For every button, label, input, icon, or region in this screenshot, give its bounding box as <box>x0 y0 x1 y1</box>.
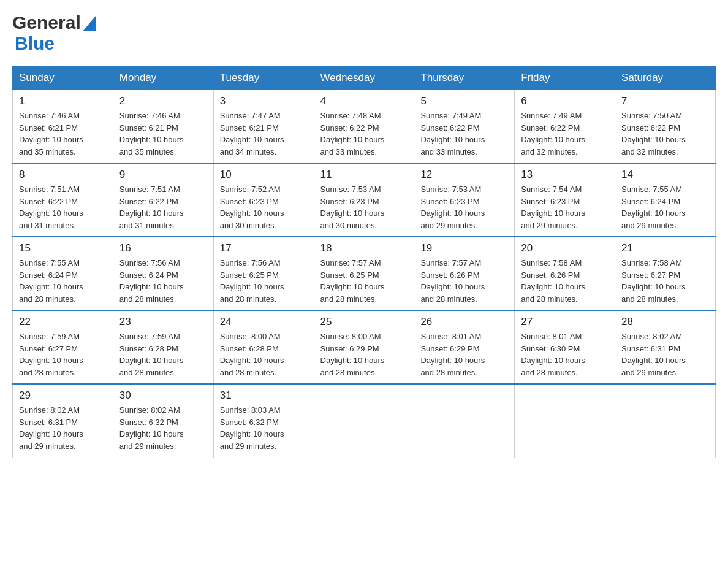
calendar-day-cell <box>414 384 515 458</box>
calendar-day-cell: 1Sunrise: 7:46 AMSunset: 6:21 PMDaylight… <box>13 90 113 163</box>
calendar-day-cell: 27Sunrise: 8:01 AMSunset: 6:30 PMDayligh… <box>515 310 615 384</box>
day-number: 30 <box>119 389 207 402</box>
day-number: 20 <box>521 242 609 255</box>
day-info: Sunrise: 7:49 AMSunset: 6:22 PMDaylight:… <box>521 110 609 158</box>
day-info: Sunrise: 7:50 AMSunset: 6:22 PMDaylight:… <box>621 110 709 158</box>
logo: General Blue <box>12 12 96 54</box>
day-info: Sunrise: 7:53 AMSunset: 6:23 PMDaylight:… <box>420 183 508 231</box>
day-number: 18 <box>320 242 408 255</box>
day-number: 2 <box>119 95 207 107</box>
calendar-day-cell: 19Sunrise: 7:57 AMSunset: 6:26 PMDayligh… <box>414 237 515 310</box>
day-number: 1 <box>19 95 107 107</box>
day-number: 19 <box>420 242 508 255</box>
day-info: Sunrise: 7:46 AMSunset: 6:21 PMDaylight:… <box>19 110 107 158</box>
calendar-day-cell: 13Sunrise: 7:54 AMSunset: 6:23 PMDayligh… <box>515 163 615 237</box>
calendar-day-cell: 15Sunrise: 7:55 AMSunset: 6:24 PMDayligh… <box>13 237 113 310</box>
calendar-week-row: 29Sunrise: 8:02 AMSunset: 6:31 PMDayligh… <box>13 384 716 458</box>
day-number: 31 <box>220 389 308 402</box>
calendar-day-cell: 18Sunrise: 7:57 AMSunset: 6:25 PMDayligh… <box>314 237 414 310</box>
day-number: 11 <box>320 169 408 181</box>
day-number: 3 <box>220 95 308 107</box>
calendar-day-cell: 26Sunrise: 8:01 AMSunset: 6:29 PMDayligh… <box>414 310 515 384</box>
calendar-day-cell: 14Sunrise: 7:55 AMSunset: 6:24 PMDayligh… <box>615 163 716 237</box>
day-of-week-header: Thursday <box>414 67 515 90</box>
day-of-week-header: Monday <box>113 67 213 90</box>
calendar-day-cell: 10Sunrise: 7:52 AMSunset: 6:23 PMDayligh… <box>213 163 314 237</box>
calendar-day-cell <box>314 384 414 458</box>
logo-general-text: General <box>12 12 81 33</box>
day-info: Sunrise: 8:01 AMSunset: 6:29 PMDaylight:… <box>420 331 508 378</box>
day-info: Sunrise: 8:00 AMSunset: 6:29 PMDaylight:… <box>320 331 408 378</box>
day-info: Sunrise: 7:54 AMSunset: 6:23 PMDaylight:… <box>521 183 609 231</box>
day-number: 23 <box>119 316 207 328</box>
day-number: 26 <box>420 316 508 328</box>
calendar-day-cell: 3Sunrise: 7:47 AMSunset: 6:21 PMDaylight… <box>213 90 314 163</box>
day-number: 9 <box>119 169 207 181</box>
calendar-day-cell: 16Sunrise: 7:56 AMSunset: 6:24 PMDayligh… <box>113 237 213 310</box>
svg-marker-0 <box>83 15 96 31</box>
day-number: 16 <box>119 242 207 255</box>
calendar-week-row: 22Sunrise: 7:59 AMSunset: 6:27 PMDayligh… <box>13 310 716 384</box>
day-number: 22 <box>19 316 107 328</box>
day-info: Sunrise: 7:58 AMSunset: 6:26 PMDaylight:… <box>521 257 609 305</box>
calendar-table: SundayMondayTuesdayWednesdayThursdayFrid… <box>12 66 716 458</box>
day-info: Sunrise: 8:02 AMSunset: 6:32 PMDaylight:… <box>119 404 207 452</box>
day-number: 17 <box>220 242 308 255</box>
day-info: Sunrise: 7:55 AMSunset: 6:24 PMDaylight:… <box>621 183 709 231</box>
day-info: Sunrise: 7:53 AMSunset: 6:23 PMDaylight:… <box>320 183 408 231</box>
day-number: 15 <box>19 242 107 255</box>
day-number: 13 <box>521 169 609 181</box>
day-info: Sunrise: 7:59 AMSunset: 6:28 PMDaylight:… <box>119 331 207 378</box>
day-number: 27 <box>521 316 609 328</box>
day-info: Sunrise: 8:03 AMSunset: 6:32 PMDaylight:… <box>220 404 308 452</box>
day-number: 4 <box>320 95 408 107</box>
calendar-day-cell: 7Sunrise: 7:50 AMSunset: 6:22 PMDaylight… <box>615 90 716 163</box>
calendar-week-row: 1Sunrise: 7:46 AMSunset: 6:21 PMDaylight… <box>13 90 716 163</box>
day-number: 12 <box>420 169 508 181</box>
day-info: Sunrise: 7:57 AMSunset: 6:26 PMDaylight:… <box>420 257 508 305</box>
day-info: Sunrise: 7:51 AMSunset: 6:22 PMDaylight:… <box>19 183 107 231</box>
calendar-day-cell: 23Sunrise: 7:59 AMSunset: 6:28 PMDayligh… <box>113 310 213 384</box>
calendar-day-cell: 11Sunrise: 7:53 AMSunset: 6:23 PMDayligh… <box>314 163 414 237</box>
calendar-day-cell: 2Sunrise: 7:46 AMSunset: 6:21 PMDaylight… <box>113 90 213 163</box>
calendar-day-cell: 12Sunrise: 7:53 AMSunset: 6:23 PMDayligh… <box>414 163 515 237</box>
calendar-day-cell: 24Sunrise: 8:00 AMSunset: 6:28 PMDayligh… <box>213 310 314 384</box>
day-number: 28 <box>621 316 709 328</box>
calendar-week-row: 15Sunrise: 7:55 AMSunset: 6:24 PMDayligh… <box>13 237 716 310</box>
day-number: 7 <box>621 95 709 107</box>
calendar-day-cell: 30Sunrise: 8:02 AMSunset: 6:32 PMDayligh… <box>113 384 213 458</box>
day-of-week-header: Saturday <box>615 67 716 90</box>
day-of-week-header: Friday <box>515 67 615 90</box>
calendar-day-cell: 31Sunrise: 8:03 AMSunset: 6:32 PMDayligh… <box>213 384 314 458</box>
calendar-day-cell <box>515 384 615 458</box>
day-number: 5 <box>420 95 508 107</box>
day-number: 24 <box>220 316 308 328</box>
day-info: Sunrise: 8:02 AMSunset: 6:31 PMDaylight:… <box>19 404 107 452</box>
calendar-day-cell: 22Sunrise: 7:59 AMSunset: 6:27 PMDayligh… <box>13 310 113 384</box>
day-info: Sunrise: 7:46 AMSunset: 6:21 PMDaylight:… <box>119 110 207 158</box>
day-of-week-header: Wednesday <box>314 67 414 90</box>
day-info: Sunrise: 7:49 AMSunset: 6:22 PMDaylight:… <box>420 110 508 158</box>
day-info: Sunrise: 7:47 AMSunset: 6:21 PMDaylight:… <box>220 110 308 158</box>
day-of-week-header: Sunday <box>13 67 113 90</box>
calendar-day-cell: 20Sunrise: 7:58 AMSunset: 6:26 PMDayligh… <box>515 237 615 310</box>
calendar-week-row: 8Sunrise: 7:51 AMSunset: 6:22 PMDaylight… <box>13 163 716 237</box>
day-info: Sunrise: 7:58 AMSunset: 6:27 PMDaylight:… <box>621 257 709 305</box>
calendar-day-cell: 17Sunrise: 7:56 AMSunset: 6:25 PMDayligh… <box>213 237 314 310</box>
day-info: Sunrise: 7:48 AMSunset: 6:22 PMDaylight:… <box>320 110 408 158</box>
calendar-day-cell: 4Sunrise: 7:48 AMSunset: 6:22 PMDaylight… <box>314 90 414 163</box>
day-info: Sunrise: 7:52 AMSunset: 6:23 PMDaylight:… <box>220 183 308 231</box>
calendar-day-cell: 9Sunrise: 7:51 AMSunset: 6:22 PMDaylight… <box>113 163 213 237</box>
calendar-day-cell: 8Sunrise: 7:51 AMSunset: 6:22 PMDaylight… <box>13 163 113 237</box>
calendar-day-cell: 29Sunrise: 8:02 AMSunset: 6:31 PMDayligh… <box>13 384 113 458</box>
calendar-day-cell: 21Sunrise: 7:58 AMSunset: 6:27 PMDayligh… <box>615 237 716 310</box>
day-info: Sunrise: 7:51 AMSunset: 6:22 PMDaylight:… <box>119 183 207 231</box>
logo-triangle-icon <box>83 15 96 31</box>
calendar-day-cell <box>615 384 716 458</box>
day-info: Sunrise: 8:01 AMSunset: 6:30 PMDaylight:… <box>521 331 609 378</box>
day-info: Sunrise: 7:55 AMSunset: 6:24 PMDaylight:… <box>19 257 107 305</box>
day-number: 21 <box>621 242 709 255</box>
day-info: Sunrise: 7:59 AMSunset: 6:27 PMDaylight:… <box>19 331 107 378</box>
day-info: Sunrise: 8:02 AMSunset: 6:31 PMDaylight:… <box>621 331 709 378</box>
calendar-day-cell: 28Sunrise: 8:02 AMSunset: 6:31 PMDayligh… <box>615 310 716 384</box>
